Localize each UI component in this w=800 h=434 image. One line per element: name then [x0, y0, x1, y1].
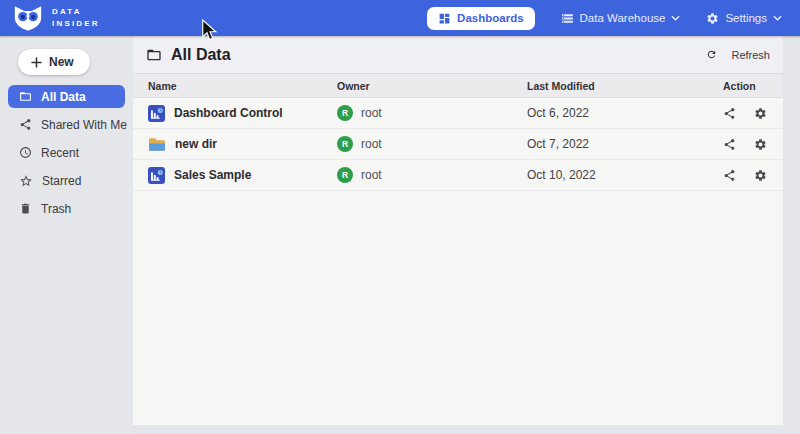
owner-cell: Rroot — [337, 105, 527, 121]
star-icon — [19, 174, 33, 188]
top-header-bar: DATA INSIDER Dashboards Dat — [0, 0, 800, 36]
sidebar-item-label: Recent — [41, 146, 79, 160]
top-navigation: Dashboards Data Warehouse — [427, 7, 788, 30]
dashboards-button[interactable]: Dashboards — [427, 7, 534, 30]
folder-icon — [146, 47, 162, 63]
share-icon[interactable] — [723, 169, 736, 182]
column-header-name[interactable]: Name — [148, 80, 337, 92]
file-name[interactable]: Dashboard Control — [174, 106, 283, 120]
owner-avatar: R — [337, 105, 353, 121]
file-name-cell: Sales Sample — [148, 167, 337, 184]
gear-icon[interactable] — [754, 169, 767, 182]
page-title: All Data — [171, 46, 231, 64]
data-warehouse-menu[interactable]: Data Warehouse — [561, 12, 681, 25]
share-icon[interactable] — [723, 107, 736, 120]
last-modified: Oct 10, 2022 — [527, 168, 723, 182]
sidebar-item-recent[interactable]: Recent — [8, 141, 125, 164]
owner-avatar: R — [337, 136, 353, 152]
share-icon[interactable] — [723, 138, 736, 151]
file-name-cell: new dir — [148, 137, 337, 152]
owner-name: root — [361, 168, 382, 182]
brand-name: DATA INSIDER — [52, 6, 100, 29]
sidebar-item-label: Trash — [41, 202, 71, 216]
folder-file-icon — [148, 137, 166, 152]
gear-icon — [706, 12, 719, 25]
shared-icon — [19, 118, 32, 131]
sidebar: New All DataShared With MeRecentStarredT… — [0, 36, 133, 434]
last-modified: Oct 7, 2022 — [527, 137, 723, 151]
last-modified: Oct 6, 2022 — [527, 106, 723, 120]
dashboard-grid-icon — [438, 12, 451, 25]
brand-logo: DATA INSIDER — [12, 6, 100, 31]
gear-icon[interactable] — [754, 138, 767, 151]
sidebar-nav: All DataShared With MeRecentStarredTrash — [0, 85, 133, 220]
table-row[interactable]: new dirRrootOct 7, 2022 — [133, 129, 783, 160]
owner-cell: Rroot — [337, 136, 527, 152]
sidebar-item-starred[interactable]: Starred — [8, 169, 125, 192]
folder-icon — [19, 90, 32, 103]
table-header: Name Owner Last Modified Action — [133, 74, 783, 98]
table-body: Dashboard ControlRrootOct 6, 2022new dir… — [133, 98, 783, 191]
chevron-down-icon — [773, 15, 782, 21]
sidebar-item-label: Shared With Me — [41, 118, 127, 132]
file-name[interactable]: new dir — [175, 137, 217, 151]
new-button[interactable]: New — [18, 49, 90, 75]
plus-icon — [31, 57, 42, 68]
chevron-down-icon — [671, 15, 680, 21]
main-content: All Data Refresh Name Owner Last Modifie… — [133, 36, 783, 425]
sidebar-item-trash[interactable]: Trash — [8, 197, 125, 220]
column-header-last-modified[interactable]: Last Modified — [527, 80, 723, 92]
owner-name: root — [361, 106, 382, 120]
table-row[interactable]: Sales SampleRrootOct 10, 2022 — [133, 160, 783, 191]
action-cell — [723, 169, 783, 182]
sidebar-item-label: Starred — [42, 174, 81, 188]
clock-icon — [19, 146, 32, 159]
owner-cell: Rroot — [337, 167, 527, 183]
owner-name: root — [361, 137, 382, 151]
sidebar-item-label: All Data — [41, 90, 86, 104]
sidebar-item-shared-with-me[interactable]: Shared With Me — [8, 113, 125, 136]
action-cell — [723, 107, 783, 120]
refresh-icon — [706, 49, 717, 60]
file-name-cell: Dashboard Control — [148, 105, 337, 122]
trash-icon — [19, 202, 32, 215]
database-icon — [561, 12, 574, 25]
column-header-owner[interactable]: Owner — [337, 80, 527, 92]
action-cell — [723, 138, 783, 151]
dashboard-file-icon — [148, 167, 165, 184]
gear-icon[interactable] — [754, 107, 767, 120]
owner-avatar: R — [337, 167, 353, 183]
refresh-button[interactable]: Refresh — [706, 49, 770, 61]
owl-logo-icon — [12, 6, 44, 31]
settings-menu[interactable]: Settings — [706, 12, 782, 25]
page-titlebar: All Data Refresh — [133, 36, 783, 74]
sidebar-item-all-data[interactable]: All Data — [8, 85, 125, 108]
table-row[interactable]: Dashboard ControlRrootOct 6, 2022 — [133, 98, 783, 129]
file-name[interactable]: Sales Sample — [174, 168, 251, 182]
app-window: DATA INSIDER Dashboards Dat — [0, 0, 800, 434]
column-header-action: Action — [723, 80, 783, 92]
dashboard-file-icon — [148, 105, 165, 122]
